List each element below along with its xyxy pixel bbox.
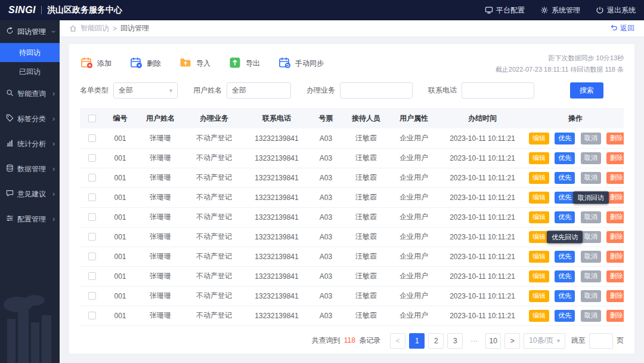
edit-button[interactable]: 编辑: [529, 270, 549, 282]
add-button[interactable]: 添加: [80, 56, 112, 71]
priority-button[interactable]: 优先: [555, 270, 575, 282]
row-checkbox[interactable]: [88, 312, 96, 319]
row-checkbox[interactable]: [88, 154, 96, 162]
edit-button[interactable]: 编辑: [529, 211, 549, 223]
logout-menu[interactable]: 退出系统: [596, 5, 636, 16]
user-name-input[interactable]: [227, 82, 291, 99]
delete-button[interactable]: 删除: [606, 310, 624, 322]
search-button[interactable]: 搜索: [570, 82, 603, 99]
page-size-select[interactable]: 10条/页 ▾: [524, 333, 565, 349]
sidebar-group-label: 回访管理: [17, 27, 46, 37]
jump-input[interactable]: [589, 333, 613, 349]
priority-button[interactable]: 优先: [555, 192, 575, 204]
cell-business: 不动产登记: [184, 227, 244, 247]
platform-config-menu[interactable]: 平台配置: [485, 5, 525, 16]
select-all-checkbox[interactable]: [88, 115, 96, 122]
sidebar-item-smart-query[interactable]: 智能查询 ›: [0, 81, 60, 106]
sidebar-item-label: 统计分析: [17, 139, 46, 149]
cell-phone: 13232139841: [244, 306, 309, 325]
cancel-button[interactable]: 取消: [581, 310, 601, 322]
manual-sync-button[interactable]: 手动同步: [278, 56, 324, 71]
col-header-ticket: 号票: [309, 108, 342, 128]
cancel-button[interactable]: 取消: [581, 211, 601, 223]
delete-button[interactable]: 删除: [606, 290, 624, 302]
row-checkbox[interactable]: [88, 213, 96, 221]
delete-button[interactable]: 删除: [606, 133, 624, 144]
back-button[interactable]: 返回: [610, 23, 634, 33]
sidebar-item-data-management[interactable]: 数据管理 ›: [0, 156, 60, 182]
export-button[interactable]: 导出: [228, 56, 260, 71]
pager-page[interactable]: 3: [447, 333, 463, 349]
data-table: 编号 用户姓名 办理业务 联系电话 号票 接待人员 用户属性 办结时间 操作: [80, 108, 624, 326]
pager-next[interactable]: >: [504, 333, 520, 349]
cancel-button[interactable]: 取消: [581, 133, 601, 144]
table-row: 001 张珊珊 不动产登记 13232139841 A03 汪敏霞 企业用户 2…: [80, 148, 624, 168]
cell-no: 001: [104, 306, 137, 325]
phone-input[interactable]: [462, 82, 534, 99]
delete-button[interactable]: 删除: [606, 270, 624, 282]
brand-logo: SINGI: [8, 5, 36, 16]
cancel-button[interactable]: 取消: [581, 270, 601, 282]
cancel-button[interactable]: 取消: [581, 231, 601, 243]
row-checkbox[interactable]: [88, 233, 96, 241]
sidebar-item-statistics[interactable]: 统计分析 ›: [0, 131, 60, 156]
cancel-button[interactable]: 取消: [581, 251, 601, 263]
priority-button[interactable]: 优先: [555, 310, 575, 322]
edit-button[interactable]: 编辑: [529, 231, 549, 243]
priority-button[interactable]: 优先: [555, 172, 575, 184]
row-checkbox[interactable]: [88, 272, 96, 280]
list-type-select[interactable]: 全部 ▾: [113, 82, 178, 99]
sidebar-item-feedback[interactable]: 意见建议 ›: [0, 182, 60, 207]
edit-button[interactable]: 编辑: [529, 251, 549, 263]
priority-button[interactable]: 优先: [555, 152, 575, 164]
import-button[interactable]: 导入: [179, 56, 210, 71]
row-checkbox[interactable]: [88, 134, 96, 142]
table-row: 001 张珊珊 不动产登记 13232139841 A03 汪敏霞 企业用户 2…: [80, 286, 624, 306]
delete-button[interactable]: 删除: [606, 192, 624, 204]
priority-button[interactable]: 优先: [555, 251, 575, 263]
row-checkbox[interactable]: [88, 174, 96, 182]
chevron-right-icon: ›: [52, 190, 55, 198]
edit-button[interactable]: 编辑: [529, 152, 549, 164]
delete-rows-button[interactable]: 删除: [129, 56, 161, 71]
pager-prev[interactable]: <: [390, 333, 405, 349]
priority-button[interactable]: 优先: [555, 290, 575, 302]
row-checkbox[interactable]: [88, 253, 96, 260]
delete-button[interactable]: 删除: [606, 251, 624, 263]
edit-button[interactable]: 编辑: [529, 172, 549, 184]
priority-button[interactable]: 优先: [555, 133, 575, 144]
cancel-button[interactable]: 取消: [581, 290, 601, 302]
cell-no: 001: [104, 266, 137, 286]
delete-button[interactable]: 删除: [606, 211, 624, 223]
edit-button[interactable]: 编辑: [529, 192, 549, 204]
cell-name: 张珊珊: [137, 286, 184, 306]
edit-button[interactable]: 编辑: [529, 310, 549, 322]
pager-page[interactable]: 1: [409, 333, 425, 349]
delete-button[interactable]: 删除: [606, 231, 624, 243]
delete-button[interactable]: 删除: [606, 172, 624, 184]
delete-button[interactable]: 删除: [606, 152, 624, 164]
business-input[interactable]: [340, 82, 413, 99]
sidebar-item-config-management[interactable]: 配置管理 ›: [0, 207, 60, 232]
breadcrumb-parent[interactable]: 智能回访: [80, 23, 109, 33]
sidebar-item-pending-visits[interactable]: 待回访: [0, 43, 60, 62]
pager-page[interactable]: 2: [428, 333, 444, 349]
sidebar-item-label: 标签分类: [17, 114, 46, 124]
home-icon[interactable]: [69, 24, 77, 32]
user-name-label: 用户姓名: [193, 85, 222, 96]
row-checkbox[interactable]: [88, 292, 96, 300]
row-checkbox[interactable]: [88, 193, 96, 201]
priority-button[interactable]: 优先: [555, 211, 575, 223]
cell-no: 001: [104, 227, 137, 247]
cancel-button[interactable]: 取消: [581, 172, 601, 184]
sidebar-item-completed-visits[interactable]: 已回访: [0, 62, 60, 81]
cancel-button[interactable]: 取消: [581, 152, 601, 164]
pager-page[interactable]: 10: [485, 333, 501, 349]
cell-phone: 13232139841: [244, 286, 309, 306]
cell-phone: 13232139841: [244, 207, 309, 227]
edit-button[interactable]: 编辑: [529, 290, 549, 302]
system-manage-menu[interactable]: 系统管理: [540, 5, 580, 16]
sidebar-item-tag-category[interactable]: 标签分类 ›: [0, 106, 60, 131]
sidebar-item-return-visit-management[interactable]: 回访管理 ›: [0, 20, 60, 43]
edit-button[interactable]: 编辑: [529, 133, 549, 144]
